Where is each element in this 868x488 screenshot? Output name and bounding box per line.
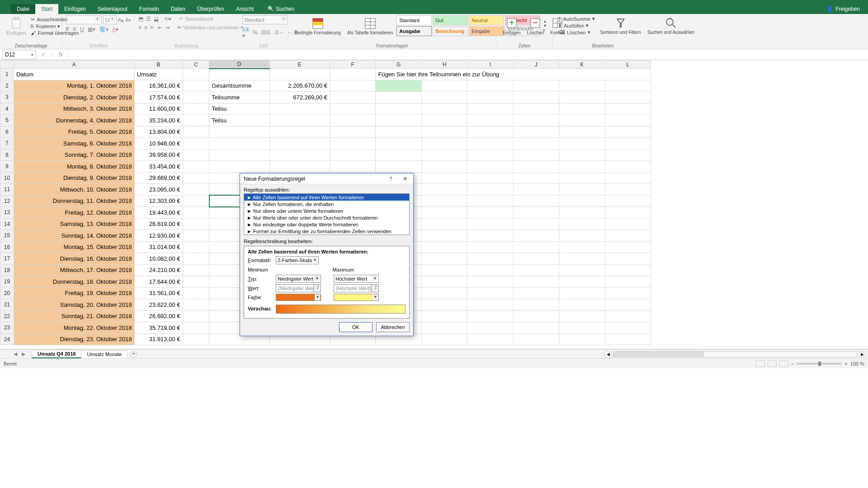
align-bottom-icon[interactable]: ⬓ [154, 16, 159, 22]
bold-button[interactable]: F [66, 26, 69, 33]
col-header-I[interactable]: I [467, 61, 513, 69]
cell-G5[interactable] [376, 115, 421, 127]
file-tab[interactable]: Datei [11, 4, 35, 14]
rule-type-option[interactable]: ► Alle Zellen basierend auf ihren Werten… [244, 194, 409, 201]
cell-L7[interactable] [605, 138, 651, 150]
cell-B6[interactable]: 13.804,00 € [134, 126, 183, 138]
cell-G6[interactable] [376, 126, 421, 138]
cell-I17[interactable] [467, 253, 513, 265]
accounting-icon[interactable]: 💶▾ [242, 26, 249, 39]
cell-K17[interactable] [559, 253, 605, 265]
cell-H22[interactable] [421, 310, 467, 322]
cell-K15[interactable] [559, 230, 605, 242]
cell-C20[interactable] [183, 287, 209, 299]
fill-button[interactable]: ⬇ Ausfüllen ▾ [557, 22, 596, 29]
cell-I15[interactable] [467, 230, 513, 242]
cell-J3[interactable] [513, 92, 559, 103]
row-header-3[interactable]: 3 [0, 92, 14, 103]
cell-L15[interactable] [605, 230, 651, 242]
cell-J6[interactable] [513, 126, 559, 138]
row-header-2[interactable]: 2 [0, 80, 14, 92]
cell-A4[interactable]: Mittwoch, 3. Oktober 2018 [14, 103, 134, 115]
cell-K14[interactable] [559, 218, 605, 230]
cell-J16[interactable] [513, 241, 559, 253]
cell-G3[interactable] [376, 92, 421, 103]
view-layout-button[interactable] [768, 361, 777, 367]
cell-K2[interactable] [559, 80, 605, 92]
cell-B7[interactable]: 10.946,00 € [134, 138, 183, 150]
row-header-22[interactable]: 22 [0, 310, 14, 322]
hscroll-right[interactable]: ▶ [859, 351, 865, 357]
cell-C1[interactable] [183, 69, 209, 80]
style-standard[interactable]: Standard [396, 15, 432, 25]
cell-I24[interactable] [467, 333, 513, 345]
cell-A21[interactable]: Samstag, 20. Oktober 2018 [14, 299, 134, 311]
cell-B24[interactable]: 31.913,00 € [134, 333, 183, 345]
cell-H11[interactable] [421, 184, 467, 196]
cell-L14[interactable] [605, 218, 651, 230]
close-button[interactable]: ✕ [401, 175, 410, 182]
cell-B17[interactable]: 10.082,00 € [134, 253, 183, 265]
cell-K18[interactable] [559, 264, 605, 276]
view-normal-button[interactable] [756, 361, 765, 367]
row-header-13[interactable]: 13 [0, 207, 14, 219]
cell-F1[interactable] [330, 69, 376, 80]
cell-F9[interactable] [330, 161, 376, 173]
cell-H3[interactable] [421, 92, 467, 103]
ribbon-tab-formeln[interactable]: Formeln [133, 4, 165, 14]
cell-A1[interactable]: Datum [14, 69, 134, 80]
cell-I9[interactable] [467, 161, 513, 173]
rule-type-option[interactable]: ► Nur Werte über oder unter dem Durchsch… [244, 214, 409, 221]
cell-A24[interactable]: Dienstag, 23. Oktober 2018 [14, 333, 134, 345]
cell-E8[interactable] [269, 149, 330, 161]
cell-I3[interactable] [467, 92, 513, 103]
cell-L6[interactable] [605, 126, 651, 138]
cell-L23[interactable] [605, 322, 651, 334]
cell-I23[interactable] [467, 322, 513, 334]
cell-D8[interactable] [209, 149, 269, 161]
cell-B18[interactable]: 24.210,00 € [134, 264, 183, 276]
cell-I10[interactable] [467, 172, 513, 184]
cell-F5[interactable] [330, 115, 376, 127]
cell-B4[interactable]: 11.600,00 € [134, 103, 183, 115]
paste-button[interactable]: Einfügen [4, 15, 28, 37]
cell-G7[interactable] [376, 138, 421, 150]
cell-A23[interactable]: Montag, 22. Oktober 2018 [14, 322, 134, 334]
cell-B8[interactable]: 39.958,00 € [134, 149, 183, 161]
cell-H14[interactable] [421, 218, 467, 230]
ribbon-tab-daten[interactable]: Daten [165, 4, 191, 14]
range-picker-icon[interactable]: ↥ [313, 285, 321, 292]
zoom-value[interactable]: 100 % [850, 361, 864, 366]
cell-G1[interactable]: Fügen Sie hier ihre Teilnummen ein zur Ü… [376, 69, 651, 80]
cell-K22[interactable] [559, 310, 605, 322]
sheet-tab[interactable]: Umsatz Monate [81, 350, 127, 358]
cell-I11[interactable] [467, 184, 513, 196]
cell-C12[interactable] [183, 195, 209, 207]
cell-H17[interactable] [421, 253, 467, 265]
cell-A8[interactable]: Sonntag, 7. Oktober 2018 [14, 149, 134, 161]
sheet-nav-next[interactable]: ▶ [22, 351, 25, 357]
cell-K21[interactable] [559, 299, 605, 311]
row-header-8[interactable]: 8 [0, 149, 14, 161]
cell-J19[interactable] [513, 276, 559, 288]
cell-A13[interactable]: Freitag, 12. Oktober 2018 [14, 207, 134, 219]
cell-L9[interactable] [605, 161, 651, 173]
cancel-formula-icon[interactable]: ✕ [41, 52, 45, 58]
min-type-select[interactable]: Niedrigster Wert [276, 275, 321, 283]
autosum-button[interactable]: ∑ AutoSumme ▾ [557, 15, 596, 22]
cell-K24[interactable] [559, 333, 605, 345]
help-button[interactable]: ? [386, 175, 395, 182]
cell-C23[interactable] [183, 322, 209, 334]
cell-L11[interactable] [605, 184, 651, 196]
cell-K23[interactable] [559, 322, 605, 334]
cell-A5[interactable]: Donnerstag, 4. Oktober 2018 [14, 115, 134, 127]
cell-A2[interactable]: Montag, 1. Oktober 2018 [14, 80, 134, 92]
ok-button[interactable]: OK [339, 322, 373, 332]
conditional-formatting-button[interactable]: Bedingte Formatierung [292, 16, 344, 36]
cell-L3[interactable] [605, 92, 651, 103]
cell-D9[interactable] [209, 161, 269, 173]
cell-B12[interactable]: 12.303,00 € [134, 195, 183, 207]
cell-A15[interactable]: Sonntag, 14. Oktober 2018 [14, 230, 134, 242]
col-header-C[interactable]: C [183, 61, 209, 69]
col-header-L[interactable]: L [605, 61, 651, 69]
